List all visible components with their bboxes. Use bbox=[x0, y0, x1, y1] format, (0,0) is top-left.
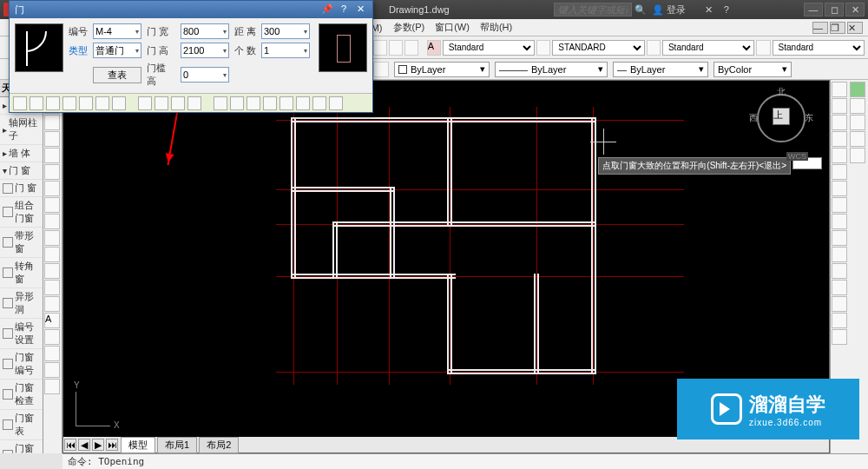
door-type-icon[interactable] bbox=[296, 96, 310, 110]
panel-item[interactable]: ▾ 门 窗 bbox=[0, 162, 43, 180]
menu-item[interactable]: 参数(P) bbox=[390, 19, 429, 36]
dialog-close-icon[interactable]: ✕ bbox=[353, 3, 367, 16]
insert-mode-icon[interactable] bbox=[46, 96, 60, 110]
num-input[interactable]: M-4▾ bbox=[93, 23, 141, 39]
tab-nav-next[interactable]: ▶ bbox=[92, 439, 104, 451]
insert-mode-icon[interactable] bbox=[62, 96, 76, 110]
tool-extend[interactable] bbox=[832, 247, 847, 262]
type-label[interactable]: 类型 bbox=[69, 44, 88, 57]
insert-mode-icon[interactable] bbox=[13, 96, 27, 110]
insert-mode-icon[interactable] bbox=[30, 96, 43, 110]
tool-circle[interactable] bbox=[44, 115, 60, 130]
tool-btn[interactable] bbox=[373, 40, 387, 56]
doc-close-button[interactable]: ✕ bbox=[847, 22, 863, 34]
tool-btn[interactable] bbox=[536, 40, 550, 56]
tool-hatch[interactable] bbox=[44, 181, 60, 196]
door-type-icon[interactable] bbox=[187, 96, 201, 110]
login-label[interactable]: 登录 bbox=[667, 3, 686, 17]
door-type-icon[interactable] bbox=[171, 96, 185, 110]
door-type-icon[interactable] bbox=[138, 96, 152, 110]
tool-insert[interactable] bbox=[44, 296, 60, 312]
tool-text[interactable]: A bbox=[44, 313, 60, 328]
tab-nav-first[interactable]: ⏮ bbox=[64, 439, 76, 451]
panel-item[interactable]: ▸ 轴网柱子 bbox=[0, 115, 43, 145]
insert-mode-icon[interactable] bbox=[79, 96, 93, 110]
close-button[interactable]: ✕ bbox=[845, 3, 865, 17]
wcs-label[interactable]: WCS bbox=[786, 152, 808, 161]
tool-stretch[interactable] bbox=[832, 214, 847, 229]
tool-point[interactable] bbox=[44, 197, 60, 213]
insert-mode-icon[interactable] bbox=[112, 96, 126, 110]
door-type-icon[interactable] bbox=[230, 96, 244, 110]
doc-minimize-button[interactable]: — bbox=[812, 22, 828, 34]
tool-ellipse[interactable] bbox=[44, 164, 60, 180]
tool-leader[interactable] bbox=[44, 346, 60, 361]
maximize-button[interactable]: ◻ bbox=[825, 3, 844, 17]
door-type-icon[interactable] bbox=[329, 96, 343, 110]
tab-nav-prev[interactable]: ◀ bbox=[78, 439, 90, 451]
tool-btn[interactable]: A bbox=[427, 40, 441, 56]
tool-btn[interactable] bbox=[756, 40, 770, 56]
tool-erase[interactable] bbox=[832, 82, 847, 97]
tab-layout1[interactable]: 布局1 bbox=[157, 437, 197, 453]
tool-join[interactable] bbox=[832, 280, 847, 295]
panel-item[interactable]: 门窗总表 bbox=[0, 440, 43, 453]
panel-item[interactable]: 门窗检查 bbox=[0, 380, 43, 410]
tool-btn[interactable] bbox=[404, 40, 418, 56]
panel-item[interactable]: 门 窗 bbox=[0, 180, 43, 197]
tool-wipeout[interactable] bbox=[44, 362, 60, 378]
tab-model[interactable]: 模型 bbox=[121, 437, 155, 453]
count-input[interactable]: 1▾ bbox=[261, 43, 310, 58]
door-type-icon[interactable] bbox=[312, 96, 326, 110]
tablestyle-select[interactable]: Standard bbox=[662, 40, 755, 56]
sill-input[interactable]: 0▾ bbox=[181, 67, 229, 83]
tool-spline[interactable] bbox=[44, 214, 60, 229]
panel-item[interactable]: 带形窗 bbox=[0, 228, 43, 258]
door-type-icon[interactable] bbox=[263, 96, 277, 110]
tool-block[interactable] bbox=[44, 280, 60, 295]
tool-dim[interactable] bbox=[44, 329, 60, 345]
tool-chamfer[interactable] bbox=[832, 296, 847, 312]
door-2d-preview[interactable] bbox=[15, 23, 63, 72]
exchange-icon[interactable]: ✕ bbox=[703, 3, 715, 16]
tab-layout2[interactable]: 布局2 bbox=[199, 437, 239, 453]
tool-trim[interactable] bbox=[832, 230, 847, 246]
tool-btn[interactable] bbox=[647, 40, 661, 56]
tool-mtext[interactable] bbox=[44, 263, 60, 279]
panel-item[interactable]: 门窗表 bbox=[0, 410, 43, 440]
panel-item[interactable]: 编号设置 bbox=[0, 319, 43, 349]
tool-arc[interactable] bbox=[44, 131, 60, 147]
nav-wheel[interactable] bbox=[850, 82, 865, 97]
panel-item[interactable]: 异形洞 bbox=[0, 288, 43, 319]
door-type-icon[interactable] bbox=[214, 96, 227, 110]
tool-revcloud[interactable] bbox=[44, 379, 60, 394]
panel-item[interactable]: 组合门窗 bbox=[0, 197, 43, 228]
nav-showmotion[interactable] bbox=[850, 148, 865, 163]
login-icon[interactable]: 👤 bbox=[652, 3, 664, 16]
tool-explode[interactable] bbox=[832, 329, 847, 345]
tool-scale[interactable] bbox=[832, 197, 847, 213]
door-type-icon[interactable] bbox=[247, 96, 260, 110]
view-cube[interactable]: 上 北 东 西 WCS bbox=[751, 88, 812, 149]
doc-restore-button[interactable]: ❐ bbox=[830, 22, 845, 34]
tab-nav-last[interactable]: ⏭ bbox=[106, 439, 118, 451]
menu-item[interactable]: 帮助(H) bbox=[477, 19, 516, 36]
tool-copy[interactable] bbox=[832, 98, 847, 114]
insert-mode-icon[interactable] bbox=[95, 96, 109, 110]
mleaderstyle-select[interactable]: Standard bbox=[773, 40, 865, 56]
tool-fillet[interactable] bbox=[832, 313, 847, 328]
width-input[interactable]: 800▾ bbox=[181, 23, 229, 39]
textstyle-select[interactable]: Standard bbox=[443, 40, 536, 56]
dialog-titlebar[interactable]: 门 📌 ? ✕ bbox=[10, 1, 372, 18]
linetype-select[interactable]: ———ByLayer▾ bbox=[495, 62, 608, 77]
color-select[interactable]: ByLayer▾ bbox=[394, 62, 490, 77]
door-type-icon[interactable] bbox=[279, 96, 293, 110]
tool-mirror[interactable] bbox=[832, 115, 847, 130]
panel-item[interactable]: ▸ 墙 体 bbox=[0, 145, 43, 162]
minimize-button[interactable]: — bbox=[804, 3, 823, 17]
dimstyle-select[interactable]: STANDARD bbox=[552, 40, 645, 56]
help-search-input[interactable] bbox=[554, 3, 632, 17]
nav-zoom[interactable] bbox=[850, 115, 865, 130]
tool-table[interactable] bbox=[44, 247, 60, 262]
color-btn[interactable] bbox=[373, 62, 389, 77]
